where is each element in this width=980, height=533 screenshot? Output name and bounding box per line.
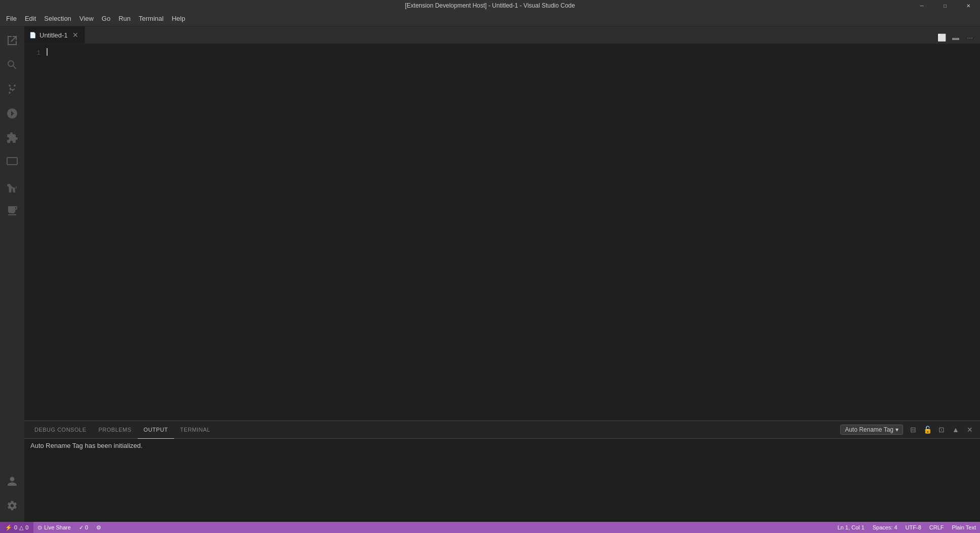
panel: DEBUG CONSOLE PROBLEMS OUTPUT TERMINAL A…: [24, 421, 980, 522]
tab-bar-actions: ⬜ ▬ ···: [931, 31, 980, 44]
tab-bar: 📄 Untitled-1 ✕ ⬜ ▬ ···: [24, 26, 980, 44]
errors-label: ✓ 0: [79, 524, 88, 531]
cursor-position-label: Ln 1, Col 1: [837, 524, 864, 530]
remote-label: 0: [14, 524, 17, 530]
extensions-icon[interactable]: [0, 126, 24, 150]
live-share-button[interactable]: ⊙ Live Share: [33, 522, 75, 533]
line-ending-button[interactable]: CRLF: [925, 522, 948, 533]
explorer-icon[interactable]: [0, 28, 24, 53]
panel-actions: Auto Rename Tag ▾ ⊟ 🔓 ⊡ ▲ ✕: [840, 424, 976, 436]
config-icon: ⚙: [96, 524, 101, 531]
menu-selection[interactable]: Selection: [40, 13, 75, 24]
status-right: Ln 1, Col 1 Spaces: 4 UTF-8 CRLF Plain T…: [833, 522, 980, 533]
editor-text[interactable]: [45, 44, 980, 421]
panel-tab-terminal[interactable]: TERMINAL: [174, 421, 217, 439]
minimize-button[interactable]: ─: [910, 0, 933, 11]
dev-tools-icon[interactable]: [0, 199, 24, 223]
toggle-primary-sidebar-button[interactable]: ⬜: [935, 31, 948, 44]
remote-button[interactable]: ⚡ 0 △ 0: [0, 522, 33, 533]
output-source-dropdown[interactable]: Auto Rename Tag ▾: [840, 425, 903, 435]
activity-bottom: [0, 469, 24, 522]
status-bar: ⚡ 0 △ 0 ⊙ Live Share ✓ 0 ⚙ Ln 1, Col 1 S…: [0, 522, 980, 533]
title-bar: [Extension Development Host] - Untitled-…: [0, 0, 980, 11]
line-numbers: 1: [24, 44, 45, 421]
toggle-panel-layout-button[interactable]: ▬: [950, 31, 962, 44]
panel-copy-icon[interactable]: ⊡: [935, 424, 948, 436]
line-number-1: 1: [24, 48, 40, 58]
text-cursor: [47, 48, 48, 56]
svg-rect-0: [7, 158, 17, 165]
encoding-button[interactable]: UTF-8: [902, 522, 925, 533]
source-control-icon[interactable]: [0, 77, 24, 101]
main-layout: 📄 Untitled-1 ✕ ⬜ ▬ ··· 1 D: [0, 26, 980, 522]
editor-area: 📄 Untitled-1 ✕ ⬜ ▬ ··· 1 D: [24, 26, 980, 522]
search-icon[interactable]: [0, 53, 24, 77]
tab-untitled-1[interactable]: 📄 Untitled-1 ✕: [24, 26, 85, 44]
warning-label: 0: [25, 524, 28, 530]
panel-split-icon[interactable]: ⊟: [907, 424, 919, 436]
panel-close-icon[interactable]: ✕: [964, 424, 976, 436]
file-icon: 📄: [29, 32, 36, 39]
errors-button[interactable]: ✓ 0: [75, 522, 92, 533]
more-actions-button[interactable]: ···: [964, 31, 976, 44]
chevron-down-icon: ▾: [895, 426, 899, 433]
panel-maximize-icon[interactable]: ▲: [950, 424, 962, 436]
indentation-label: Spaces: 4: [873, 524, 897, 530]
panel-tab-output[interactable]: OUTPUT: [138, 421, 174, 439]
cursor-position[interactable]: Ln 1, Col 1: [833, 522, 868, 533]
menu-run[interactable]: Run: [114, 13, 135, 24]
output-source-label: Auto Rename Tag: [845, 426, 893, 433]
language-mode-button[interactable]: Plain Text: [948, 522, 981, 533]
warning-icon: △: [19, 524, 23, 531]
config-button[interactable]: ⚙: [92, 522, 105, 533]
tab-close-button[interactable]: ✕: [71, 31, 79, 39]
panel-lock-icon[interactable]: 🔓: [921, 424, 933, 436]
language-mode-label: Plain Text: [952, 524, 976, 530]
run-debug-icon[interactable]: [0, 101, 24, 126]
remote-explorer-icon[interactable]: [0, 150, 24, 174]
tab-label: Untitled-1: [39, 31, 68, 39]
status-left: ⚡ 0 △ 0 ⊙ Live Share ✓ 0 ⚙: [0, 522, 105, 533]
window-title: [Extension Development Host] - Untitled-…: [405, 2, 575, 9]
remote-icon: ⚡: [5, 524, 12, 531]
cursor-line: [47, 48, 978, 56]
live-share-label: Live Share: [44, 524, 71, 530]
menu-bar: File Edit Selection View Go Run Terminal…: [0, 11, 980, 26]
panel-content: Auto Rename Tag has been initialized.: [24, 439, 980, 522]
close-button[interactable]: ✕: [957, 0, 980, 11]
panel-tab-problems[interactable]: PROBLEMS: [92, 421, 137, 439]
panel-tab-debug-console[interactable]: DEBUG CONSOLE: [28, 421, 92, 439]
panel-output-text: Auto Rename Tag has been initialized.: [30, 442, 143, 449]
menu-view[interactable]: View: [75, 13, 98, 24]
indentation-button[interactable]: Spaces: 4: [869, 522, 902, 533]
menu-terminal[interactable]: Terminal: [135, 13, 168, 24]
accounts-icon[interactable]: [0, 469, 24, 493]
settings-icon[interactable]: [0, 493, 24, 518]
maximize-button[interactable]: □: [933, 0, 957, 11]
encoding-label: UTF-8: [906, 524, 921, 530]
testing-icon[interactable]: [0, 174, 24, 199]
window-controls: ─ □ ✕: [910, 0, 980, 11]
activity-bar: [0, 26, 24, 522]
editor-content[interactable]: 1: [24, 44, 980, 421]
live-share-icon: ⊙: [37, 524, 42, 531]
menu-edit[interactable]: Edit: [21, 13, 40, 24]
menu-help[interactable]: Help: [168, 13, 189, 24]
menu-file[interactable]: File: [2, 13, 21, 24]
menu-go[interactable]: Go: [98, 13, 114, 24]
line-ending-label: CRLF: [929, 524, 944, 530]
panel-tabs: DEBUG CONSOLE PROBLEMS OUTPUT TERMINAL A…: [24, 421, 980, 439]
